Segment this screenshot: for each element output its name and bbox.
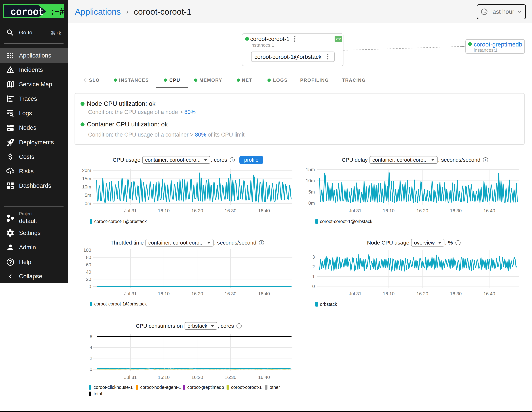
svg-text:coroot-coroot-1@orbstack: coroot-coroot-1@orbstack xyxy=(320,219,372,224)
svg-text:Jul 31: Jul 31 xyxy=(124,208,137,213)
svg-text:3: 3 xyxy=(312,254,315,260)
svg-text:2: 2 xyxy=(90,356,92,361)
svg-text:40: 40 xyxy=(86,269,91,275)
svg-text:100: 100 xyxy=(83,247,91,253)
svg-text:16:40: 16:40 xyxy=(483,291,495,296)
svg-text:2: 2 xyxy=(312,264,315,270)
svg-text:coroot-coroot-1@orbstack: coroot-coroot-1@orbstack xyxy=(94,219,147,224)
svg-text:coroot-coroot-1@orbstack: coroot-coroot-1@orbstack xyxy=(94,301,147,306)
svg-text:Jul 31: Jul 31 xyxy=(124,291,137,296)
svg-text:80: 80 xyxy=(86,255,91,260)
svg-text:0: 0 xyxy=(89,284,91,289)
svg-text:20: 20 xyxy=(86,277,91,282)
svg-text:16:20: 16:20 xyxy=(191,291,203,296)
svg-text:Jul 31: Jul 31 xyxy=(124,375,137,380)
svg-text:0m: 0m xyxy=(308,200,315,206)
svg-text:16:30: 16:30 xyxy=(225,208,236,213)
svg-text:16:10: 16:10 xyxy=(158,208,170,213)
svg-text:10m: 10m xyxy=(82,184,91,189)
svg-text:15m: 15m xyxy=(82,176,91,181)
svg-text:4: 4 xyxy=(90,345,92,350)
svg-text:coroot-clickhouse-1: coroot-clickhouse-1 xyxy=(94,385,133,390)
svg-text:total: total xyxy=(94,391,102,396)
svg-text:16:30: 16:30 xyxy=(450,291,462,296)
svg-text:16:10: 16:10 xyxy=(383,291,394,296)
svg-text:1: 1 xyxy=(312,274,315,279)
svg-text:0m: 0m xyxy=(85,201,91,206)
svg-text:0: 0 xyxy=(90,367,92,372)
svg-text:16:30: 16:30 xyxy=(225,291,236,296)
svg-text:other: other xyxy=(270,385,280,390)
svg-text:16:20: 16:20 xyxy=(416,291,428,296)
svg-text:coroot-node-agent-1: coroot-node-agent-1 xyxy=(140,385,181,390)
svg-text:10m: 10m xyxy=(306,178,315,183)
svg-text:coroot-coroot-1: coroot-coroot-1 xyxy=(231,385,262,390)
svg-text:16:30: 16:30 xyxy=(450,208,462,213)
svg-text:16:40: 16:40 xyxy=(258,208,270,213)
svg-text:Jul 31: Jul 31 xyxy=(349,208,361,213)
svg-text:0: 0 xyxy=(312,284,315,289)
svg-text:5m: 5m xyxy=(308,189,315,195)
svg-text:16:40: 16:40 xyxy=(258,375,270,380)
svg-text:16:20: 16:20 xyxy=(191,208,203,213)
svg-text:16:20: 16:20 xyxy=(191,375,203,380)
svg-text:orbstack: orbstack xyxy=(320,302,337,307)
svg-text:16:40: 16:40 xyxy=(483,208,495,213)
svg-text:20m: 20m xyxy=(82,168,91,173)
svg-text:15m: 15m xyxy=(306,167,315,172)
svg-text:16:30: 16:30 xyxy=(225,375,236,380)
svg-text:16:40: 16:40 xyxy=(258,291,270,296)
svg-text:5m: 5m xyxy=(85,192,91,198)
svg-text:16:20: 16:20 xyxy=(416,208,428,213)
svg-text:16:10: 16:10 xyxy=(158,375,170,380)
svg-text:60: 60 xyxy=(86,262,91,268)
svg-text:Jul 31: Jul 31 xyxy=(349,291,361,296)
svg-text:6: 6 xyxy=(90,334,92,339)
svg-text:16:10: 16:10 xyxy=(383,208,394,213)
svg-text:16:10: 16:10 xyxy=(158,291,170,296)
svg-text:coroot-greptimedb: coroot-greptimedb xyxy=(187,385,224,390)
